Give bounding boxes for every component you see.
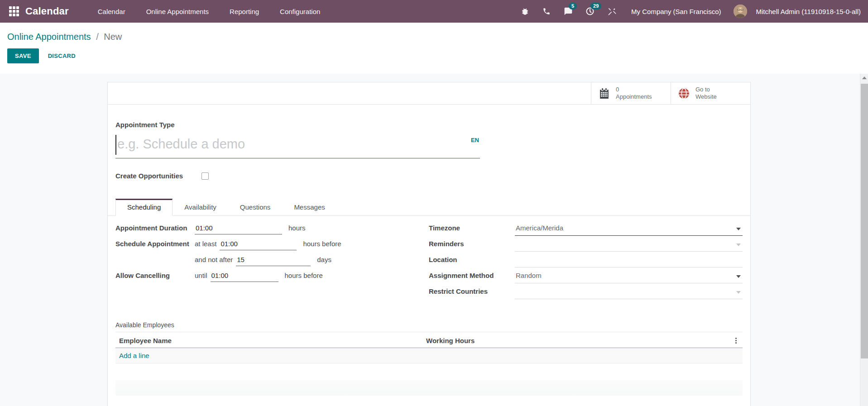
column-working-hours: Working Hours xyxy=(422,337,729,344)
empty-placeholder-strip xyxy=(115,380,743,396)
user-menu[interactable]: Mitchell Admin (11910918-15-0-all) xyxy=(756,8,861,15)
debug-bug-icon[interactable] xyxy=(516,4,533,19)
reminders-label: Reminders xyxy=(429,239,515,248)
save-button[interactable]: SAVE xyxy=(7,48,39,63)
reminders-row: Reminders xyxy=(429,239,743,255)
discard-button[interactable]: DISCARD xyxy=(43,48,80,63)
control-panel: Online Appointments / New SAVE DISCARD xyxy=(0,23,868,74)
assignment-method-row: Assignment Method Random xyxy=(429,271,743,287)
chevron-down-icon xyxy=(736,244,741,246)
restrict-countries-value xyxy=(515,287,743,287)
breadcrumb: Online Appointments / New xyxy=(7,32,861,42)
scrollbar-up-arrow[interactable] xyxy=(860,74,868,82)
stat-button-box: 0 Appointments Go to Website xyxy=(108,82,750,105)
language-badge[interactable]: EN xyxy=(471,137,479,143)
allow-cancelling-label: Allow Cancelling xyxy=(115,271,195,279)
menu-reporting[interactable]: Reporting xyxy=(229,1,260,22)
tab-scheduling[interactable]: Scheduling xyxy=(115,199,173,216)
messages-icon[interactable]: 5 xyxy=(560,4,577,19)
calendar-icon xyxy=(599,88,610,99)
appointment-duration-suffix: hours xyxy=(288,223,306,232)
text-cursor xyxy=(115,135,116,155)
breadcrumb-online-appointments[interactable]: Online Appointments xyxy=(7,32,91,42)
create-opportunities-checkbox[interactable] xyxy=(201,172,209,180)
appointment-duration-input[interactable]: 01:00 xyxy=(195,223,282,234)
reminders-select[interactable] xyxy=(515,239,743,252)
activities-clock-icon[interactable]: 29 xyxy=(581,4,599,19)
form-body: Appointment Type EN Create Opportunities… xyxy=(108,121,750,396)
breadcrumb-new: New xyxy=(104,32,122,42)
create-opportunities-row: Create Opportunities xyxy=(115,172,743,180)
column-employee-name: Employee Name xyxy=(115,337,422,344)
location-label: Location xyxy=(429,255,515,263)
notebook-tabs: Scheduling Availability Questions Messag… xyxy=(108,199,750,216)
go-to-website-text: Go to Website xyxy=(695,86,717,100)
fields-left-column: Appointment Duration 01:00 hours Schedul… xyxy=(115,223,412,302)
chevron-down-icon xyxy=(736,275,741,278)
location-input[interactable] xyxy=(515,255,743,267)
create-opportunities-label: Create Opportunities xyxy=(115,172,201,180)
min-schedule-hours-input[interactable]: 01:00 xyxy=(220,239,297,250)
restrict-countries-select[interactable] xyxy=(515,287,743,299)
add-a-line-link[interactable]: Add a line xyxy=(115,352,149,359)
tab-questions[interactable]: Questions xyxy=(228,199,283,216)
timezone-select[interactable]: America/Merida xyxy=(515,223,743,236)
max-schedule-days-prefix: and not after xyxy=(195,255,233,263)
voip-phone-icon[interactable] xyxy=(538,4,555,19)
appointment-type-input[interactable] xyxy=(115,132,432,152)
appointments-stat-button[interactable]: 0 Appointments xyxy=(591,82,671,104)
go-to-website-line1: Go to xyxy=(695,86,717,93)
tools-icon[interactable] xyxy=(603,4,620,19)
allow-cancelling-suffix: hours before xyxy=(285,271,323,279)
main-content: 0 Appointments Go to Website Appointment… xyxy=(0,74,868,406)
appointment-duration-label: Appointment Duration xyxy=(115,223,195,232)
employees-table: Employee Name Working Hours Add a line xyxy=(115,337,743,363)
assignment-method-select[interactable]: Random xyxy=(515,271,743,283)
control-panel-buttons: SAVE DISCARD xyxy=(7,48,861,63)
location-value xyxy=(515,255,743,256)
user-avatar[interactable] xyxy=(734,5,747,18)
menu-online-appointments[interactable]: Online Appointments xyxy=(145,1,210,22)
messages-count-badge: 5 xyxy=(569,3,577,10)
vertical-scrollbar[interactable] xyxy=(860,74,868,406)
timezone-label: Timezone xyxy=(429,223,515,232)
location-row: Location xyxy=(429,255,743,271)
activities-count-badge: 29 xyxy=(590,3,601,10)
tab-availability[interactable]: Availability xyxy=(173,199,228,216)
max-schedule-days-label xyxy=(115,255,195,256)
breadcrumb-separator: / xyxy=(96,32,99,42)
appointment-type-input-wrap: EN xyxy=(115,132,480,158)
menu-calendar[interactable]: Calendar xyxy=(97,1,126,22)
assignment-method-label: Assignment Method xyxy=(429,271,515,279)
tab-messages[interactable]: Messages xyxy=(282,199,336,216)
allow-cancelling-row: Allow Cancelling until 01:00 hours befor… xyxy=(115,271,412,287)
assignment-method-value: Random xyxy=(515,271,743,279)
appointment-type-block: Appointment Type EN xyxy=(115,121,743,158)
top-navbar: Calendar Calendar Online Appointments Re… xyxy=(0,0,868,23)
app-name[interactable]: Calendar xyxy=(25,5,69,17)
go-to-website-line2: Website xyxy=(695,93,717,100)
schedule-appointment-suffix: hours before xyxy=(303,239,341,248)
max-schedule-days-row: and not after 15 days xyxy=(115,255,412,271)
scheduling-tab-content: Appointment Duration 01:00 hours Schedul… xyxy=(115,216,743,302)
fields-right-column: Timezone America/Merida Reminders xyxy=(429,223,743,302)
menu-configuration[interactable]: Configuration xyxy=(279,1,321,22)
timezone-row: Timezone America/Merida xyxy=(429,223,743,239)
timezone-value: America/Merida xyxy=(515,223,743,232)
cancel-hours-input[interactable]: 01:00 xyxy=(211,271,278,282)
max-schedule-days-suffix: days xyxy=(317,255,331,263)
go-to-website-button[interactable]: Go to Website xyxy=(671,82,750,104)
table-options-kebab-icon[interactable] xyxy=(729,337,743,344)
chevron-down-icon xyxy=(736,228,741,230)
appointment-duration-row: Appointment Duration 01:00 hours xyxy=(115,223,412,239)
company-switcher[interactable]: My Company (San Francisco) xyxy=(631,8,721,15)
apps-menu-icon[interactable] xyxy=(9,6,19,16)
form-sheet: 0 Appointments Go to Website Appointment… xyxy=(107,82,751,406)
max-schedule-days-input[interactable]: 15 xyxy=(236,255,311,266)
appointments-stat-value: 0 xyxy=(616,86,652,93)
appointments-stat-label: Appointments xyxy=(616,93,652,100)
restrict-countries-row: Restrict Countries xyxy=(429,287,743,302)
scrollbar-thumb[interactable] xyxy=(861,84,868,358)
employees-table-header: Employee Name Working Hours xyxy=(115,337,743,348)
table-row: Add a line xyxy=(115,348,743,363)
